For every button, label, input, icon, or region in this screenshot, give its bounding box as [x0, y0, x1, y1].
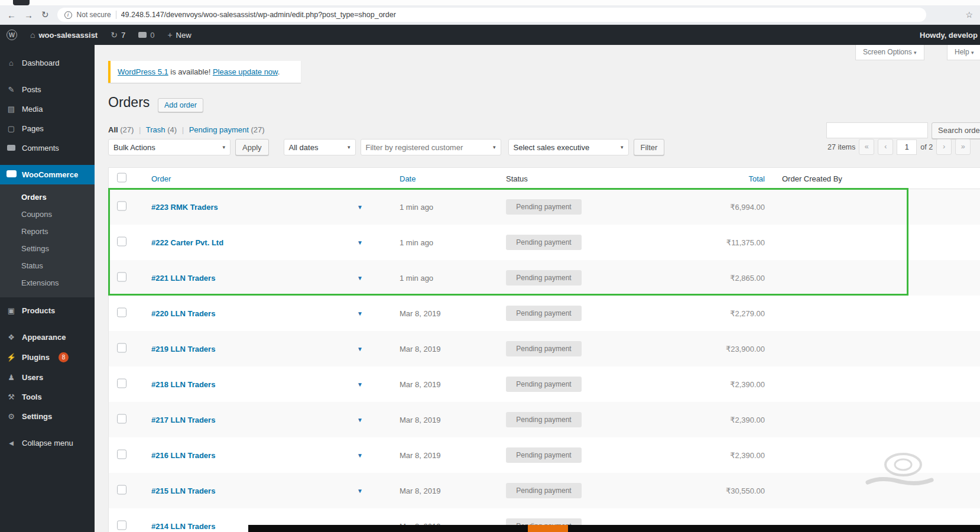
- sidebar-item-media[interactable]: ▤ Media: [0, 99, 95, 119]
- browser-tab[interactable]: [13, 0, 30, 5]
- registered-customer-select[interactable]: Filter by registered customer ▾: [361, 139, 501, 155]
- sidebar-item-pages[interactable]: ▢ Pages: [0, 119, 95, 138]
- column-header-status: Status: [506, 174, 528, 183]
- select-all-checkbox[interactable]: [117, 173, 126, 182]
- order-link[interactable]: #217 LLN Traders: [151, 416, 215, 424]
- bulk-actions-select[interactable]: Bulk Actions ▾: [108, 139, 231, 155]
- view-pending-link[interactable]: Pending payment: [189, 125, 249, 134]
- prev-page-button[interactable]: ‹: [878, 139, 893, 155]
- sidebar-item-settings[interactable]: ⚙ Settings: [0, 407, 95, 426]
- sidebar-item-products[interactable]: ▣ Products: [0, 301, 95, 320]
- back-icon[interactable]: ←: [7, 10, 16, 20]
- screen-options-tab[interactable]: Screen Options ▾: [855, 45, 924, 60]
- select-order-checkbox[interactable]: [117, 273, 126, 282]
- order-date: Mar 8, 2019: [400, 345, 440, 353]
- submenu-item-status[interactable]: Status: [0, 257, 95, 274]
- sidebar-item-posts[interactable]: ✎ Posts: [0, 80, 95, 99]
- select-order-checkbox[interactable]: [117, 414, 126, 424]
- video-progress-played: [528, 525, 568, 532]
- order-link[interactable]: #219 LLN Traders: [151, 345, 215, 353]
- order-link[interactable]: #222 Carter Pvt. Ltd: [151, 238, 223, 247]
- page-title: Orders: [108, 95, 150, 111]
- reload-icon[interactable]: ↻: [41, 9, 49, 20]
- submenu-item-settings[interactable]: Settings: [0, 240, 95, 257]
- column-header-date[interactable]: Date: [400, 174, 416, 183]
- order-link[interactable]: #216 LLN Traders: [151, 451, 215, 460]
- view-trash-link[interactable]: Trash: [146, 125, 166, 134]
- order-link[interactable]: #214 LLN Traders: [151, 522, 215, 531]
- select-order-checkbox[interactable]: [117, 308, 126, 317]
- help-tab[interactable]: Help ▾: [947, 45, 980, 60]
- sales-executive-select[interactable]: Select sales executive ▾: [508, 139, 629, 155]
- sidebar-item-tools[interactable]: ⚒ Tools: [0, 387, 95, 407]
- order-preview-icon[interactable]: ▼: [357, 275, 363, 281]
- order-link[interactable]: #215 LLN Traders: [151, 486, 215, 495]
- order-preview-icon[interactable]: ▼: [357, 346, 363, 352]
- order-preview-icon[interactable]: ▼: [357, 488, 363, 494]
- bookmark-star-icon[interactable]: ☆: [965, 10, 973, 20]
- apply-button[interactable]: Apply: [235, 139, 269, 155]
- order-date: Mar 8, 2019: [400, 486, 440, 495]
- view-all-link[interactable]: All: [108, 125, 118, 134]
- submenu-item-reports[interactable]: Reports: [0, 223, 95, 240]
- next-page-button[interactable]: ›: [936, 139, 952, 155]
- select-order-checkbox[interactable]: [117, 485, 126, 495]
- submenu-item-extensions[interactable]: Extensions: [0, 274, 95, 291]
- last-page-button[interactable]: »: [955, 139, 971, 155]
- address-bar[interactable]: i Not secure 49.248.5.147/devenvoys/woo-…: [57, 8, 926, 22]
- chevron-down-icon: ▾: [914, 50, 917, 56]
- forward-icon[interactable]: →: [24, 10, 33, 20]
- first-page-button[interactable]: «: [859, 139, 874, 155]
- add-order-button[interactable]: Add order: [158, 98, 203, 112]
- site-name-menu[interactable]: ⌂ woo-salesassist: [24, 25, 104, 45]
- order-preview-icon[interactable]: ▼: [357, 310, 363, 317]
- select-order-checkbox[interactable]: [117, 450, 126, 459]
- current-page-input[interactable]: 1: [897, 140, 917, 155]
- new-content-menu[interactable]: + New: [161, 25, 197, 45]
- order-link[interactable]: #221 LLN Traders: [151, 274, 215, 283]
- sidebar-item-appearance[interactable]: ❖ Appearance: [0, 327, 95, 347]
- sidebar-item-users[interactable]: ♟ Users: [0, 368, 95, 387]
- comments-menu[interactable]: 0: [132, 25, 161, 45]
- wp-logo-menu[interactable]: W: [0, 25, 24, 45]
- wordpress-version-link[interactable]: WordPress 5.1: [118, 67, 168, 76]
- sidebar-item-woocommerce[interactable]: WooCommerce: [0, 165, 95, 184]
- filter-button[interactable]: Filter: [634, 139, 665, 155]
- sidebar-item-comments[interactable]: Comments: [0, 138, 95, 158]
- order-preview-icon[interactable]: ▼: [357, 239, 363, 246]
- updates-menu[interactable]: ↻ 7: [104, 25, 132, 45]
- woocommerce-icon: [6, 170, 17, 179]
- select-order-checkbox[interactable]: [117, 343, 126, 353]
- updates-icon: ↻: [111, 30, 118, 40]
- sidebar-item-plugins[interactable]: ⚡ Plugins 8: [0, 347, 95, 368]
- column-header-total[interactable]: Total: [688, 174, 765, 183]
- order-total: ₹2,390.00: [688, 380, 765, 389]
- order-preview-icon[interactable]: ▼: [357, 204, 363, 210]
- submenu-item-orders[interactable]: Orders: [0, 189, 95, 206]
- order-date: Mar 8, 2019: [400, 309, 440, 318]
- order-link[interactable]: #220 LLN Traders: [151, 309, 215, 318]
- order-link[interactable]: #223 RMK Traders: [151, 203, 218, 212]
- order-preview-icon[interactable]: ▼: [357, 452, 363, 459]
- submenu-item-coupons[interactable]: Coupons: [0, 206, 95, 223]
- select-order-checkbox[interactable]: [117, 237, 126, 246]
- select-order-checkbox[interactable]: [117, 202, 126, 211]
- order-preview-icon[interactable]: ▼: [357, 381, 363, 388]
- select-order-checkbox[interactable]: [117, 379, 126, 388]
- users-icon: ♟: [6, 373, 17, 382]
- site-info-icon[interactable]: i: [64, 11, 72, 19]
- update-now-link[interactable]: Please update now: [213, 67, 278, 76]
- admin-sidebar: ⌂ Dashboard ✎ Posts ▤ Media ▢ Pages Comm…: [0, 45, 95, 532]
- video-progress-bar[interactable]: [248, 525, 980, 532]
- order-preview-icon[interactable]: ▼: [357, 417, 363, 423]
- column-header-order[interactable]: Order: [151, 174, 171, 183]
- sidebar-item-collapse-menu[interactable]: ◀ Collapse menu: [0, 433, 95, 453]
- all-dates-select[interactable]: All dates ▾: [284, 139, 356, 155]
- search-orders-button[interactable]: Search orders: [932, 122, 980, 139]
- order-link[interactable]: #218 LLN Traders: [151, 380, 215, 389]
- sidebar-item-dashboard[interactable]: ⌂ Dashboard: [0, 53, 95, 73]
- sidebar-item-label: Dashboard: [22, 59, 60, 67]
- howdy-account-menu[interactable]: Howdy, develop: [920, 31, 980, 40]
- search-orders-input[interactable]: [826, 122, 928, 138]
- select-order-checkbox[interactable]: [117, 521, 126, 530]
